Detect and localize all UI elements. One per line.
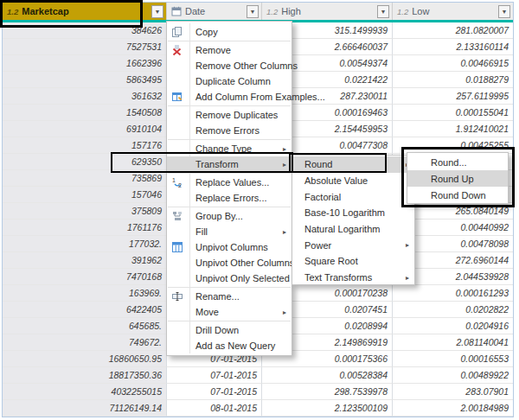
column-header-date[interactable]: Date▼ bbox=[167, 3, 262, 20]
cell-marketcap[interactable]: 157176 bbox=[3, 137, 167, 154]
menu-item-label: Change Type bbox=[195, 143, 252, 154]
menu-item-replace-values[interactable]: 12Replace Values... bbox=[167, 175, 292, 190]
column-header-marketcap[interactable]: 1.2Marketcap▼ bbox=[3, 3, 167, 20]
power-query-editor: 1.2Marketcap▼Date▼1.2High▼1.2Low▼ 384626… bbox=[0, 0, 519, 420]
menu-item-round[interactable]: Round▸ bbox=[292, 156, 414, 173]
cell-marketcap[interactable]: 1662396 bbox=[3, 55, 167, 72]
menu-item-label: Round bbox=[304, 159, 332, 169]
menu-item-copy[interactable]: Copy bbox=[167, 24, 292, 40]
cell-low[interactable]: 257.6119995 bbox=[393, 88, 513, 105]
cell-date[interactable]: 08-01-2015 bbox=[167, 400, 262, 417]
menu-item-drill-down[interactable]: Drill Down bbox=[167, 322, 292, 338]
menu-item-remove-duplicates[interactable]: Remove Duplicates bbox=[167, 107, 292, 123]
menu-item-remove-other-columns[interactable]: Remove Other Columns bbox=[167, 58, 292, 73]
cell-marketcap[interactable]: 163969. bbox=[3, 285, 167, 302]
menu-item-unpivot-columns[interactable]: Unpivot Columns bbox=[167, 239, 292, 255]
menu-item-change-type[interactable]: Change Type▸ bbox=[167, 141, 292, 156]
cell-low[interactable]: 283.07901 bbox=[393, 384, 513, 400]
cell-high[interactable]: 2.123500109 bbox=[262, 400, 393, 417]
cell-high[interactable]: 0.00528384 bbox=[262, 367, 393, 384]
cell-marketcap[interactable]: 7527531 bbox=[3, 39, 167, 55]
cell-marketcap[interactable]: 18817350.36 bbox=[3, 367, 167, 384]
cell-marketcap[interactable]: 5863495 bbox=[3, 72, 167, 88]
cell-marketcap[interactable]: 749672. bbox=[3, 334, 167, 351]
column-header-low[interactable]: 1.2Low▼ bbox=[393, 3, 513, 20]
menu-item-add-column-from-examples[interactable]: Add Column From Examples... bbox=[167, 89, 292, 105]
menu-item-label: Group By... bbox=[195, 211, 243, 221]
cell-marketcap[interactable]: 629350 bbox=[3, 154, 167, 170]
cell-marketcap[interactable]: 177032. bbox=[3, 236, 167, 252]
filter-dropdown-marketcap[interactable]: ▼ bbox=[151, 5, 163, 18]
menu-item-round-down[interactable]: Round Down bbox=[407, 187, 508, 203]
menu-item-round[interactable]: Round... bbox=[407, 154, 508, 170]
menu-item-replace-errors[interactable]: Replace Errors... bbox=[167, 190, 292, 206]
cell-marketcap[interactable]: 4032255015 bbox=[3, 384, 167, 400]
filter-dropdown-low[interactable]: ▼ bbox=[498, 5, 510, 18]
cell-low[interactable]: 0.00489922 bbox=[393, 367, 513, 384]
cell-low[interactable]: 0.00016553 bbox=[393, 351, 513, 367]
cell-low[interactable]: 281.0820007 bbox=[393, 22, 513, 39]
cell-low[interactable]: 0.0204916 bbox=[393, 318, 513, 334]
cell-date[interactable]: 07-01-2015 bbox=[167, 367, 262, 384]
menu-item-label: Unpivot Columns bbox=[195, 242, 268, 252]
menu-item-base-10-logarithm[interactable]: Base-10 Logarithm bbox=[292, 205, 414, 221]
menu-item-transform[interactable]: Transform▸ bbox=[167, 156, 292, 172]
menu-item-power[interactable]: Power▸ bbox=[292, 237, 414, 253]
menu-item-rename[interactable]: Rename... bbox=[167, 289, 292, 304]
cell-low[interactable]: 2.081140041 bbox=[393, 334, 513, 351]
cell-marketcap[interactable]: 6910104 bbox=[3, 121, 167, 137]
menu-item-remove[interactable]: Remove bbox=[167, 42, 292, 58]
menu-item-label: Rename... bbox=[195, 291, 240, 302]
column-header-high[interactable]: 1.2High▼ bbox=[262, 3, 393, 20]
add-column-from-examples-icon bbox=[171, 91, 183, 103]
menu-item-label: Round Down bbox=[431, 190, 486, 200]
cell-marketcap[interactable]: 645685. bbox=[3, 318, 167, 334]
dropdown-arrow-icon: ▼ bbox=[502, 9, 508, 15]
menu-item-label: Move bbox=[195, 307, 219, 317]
remove-icon bbox=[171, 44, 183, 56]
menu-item-duplicate-column[interactable]: Duplicate Column bbox=[167, 73, 292, 89]
cell-marketcap[interactable]: 7470168 bbox=[3, 269, 167, 285]
cell-marketcap[interactable]: 1540508 bbox=[3, 105, 167, 121]
menu-item-text-transforms[interactable]: Text Transforms▸ bbox=[292, 270, 414, 286]
cell-marketcap[interactable]: 157046 bbox=[3, 187, 167, 203]
cell-marketcap[interactable]: 6422405 bbox=[3, 302, 167, 318]
cell-marketcap[interactable]: 384626 bbox=[3, 22, 167, 39]
menu-item-round-up[interactable]: Round Up bbox=[407, 170, 508, 187]
cell-low[interactable]: 2.00184989 bbox=[393, 400, 513, 417]
cell-marketcap[interactable]: 735869 bbox=[3, 170, 167, 187]
menu-item-label: Copy bbox=[195, 27, 218, 37]
cell-low[interactable]: 0.0202822 bbox=[393, 302, 513, 318]
menu-item-move[interactable]: Move▸ bbox=[167, 304, 292, 320]
cell-low[interactable]: 0.00466915 bbox=[393, 55, 513, 72]
copy-icon bbox=[171, 26, 183, 38]
cell-low[interactable]: 0.000155041 bbox=[393, 105, 513, 121]
menu-item-remove-errors[interactable]: Remove Errors bbox=[167, 123, 292, 138]
cell-low[interactable]: 0.0188279 bbox=[393, 72, 513, 88]
menu-item-factorial[interactable]: Factorial bbox=[292, 188, 414, 205]
menu-item-group-by[interactable]: Group By... bbox=[167, 208, 292, 224]
menu-item-add-as-new-query[interactable]: Add as New Query bbox=[167, 338, 292, 353]
cell-low[interactable]: 0.000161293 bbox=[393, 285, 513, 302]
menu-item-absolute-value[interactable]: Absolute Value bbox=[292, 173, 414, 189]
filter-dropdown-date[interactable]: ▼ bbox=[247, 5, 259, 18]
cell-high[interactable]: 298.7539978 bbox=[262, 384, 393, 400]
cell-marketcap[interactable]: 391962 bbox=[3, 252, 167, 269]
cell-marketcap[interactable]: 71126149.14 bbox=[3, 400, 167, 417]
filter-dropdown-high[interactable]: ▼ bbox=[377, 5, 389, 18]
cell-marketcap[interactable]: 1761176 bbox=[3, 220, 167, 236]
menu-item-natural-logarithm[interactable]: Natural Logarithm bbox=[292, 221, 414, 238]
cell-marketcap[interactable]: 375809 bbox=[3, 203, 167, 220]
svg-text:2: 2 bbox=[178, 182, 182, 188]
menu-item-unpivot-other-columns[interactable]: Unpivot Other Columns bbox=[167, 255, 292, 270]
menu-item-square-root[interactable]: Square Root bbox=[292, 253, 414, 270]
menu-item-label: Round Up bbox=[431, 174, 474, 184]
menu-item-fill[interactable]: Fill▸ bbox=[167, 224, 292, 239]
cell-low[interactable]: 1.912410021 bbox=[393, 121, 513, 137]
menu-item-unpivot-only-selected-columns[interactable]: Unpivot Only Selected Columns bbox=[167, 270, 292, 286]
cell-date[interactable]: 07-01-2015 bbox=[167, 384, 262, 400]
menu-item-label: Replace Errors... bbox=[195, 193, 267, 203]
cell-marketcap[interactable]: 16860650.95 bbox=[3, 351, 167, 367]
cell-low[interactable]: 2.133160114 bbox=[393, 39, 513, 55]
cell-marketcap[interactable]: 361632 bbox=[3, 88, 167, 105]
